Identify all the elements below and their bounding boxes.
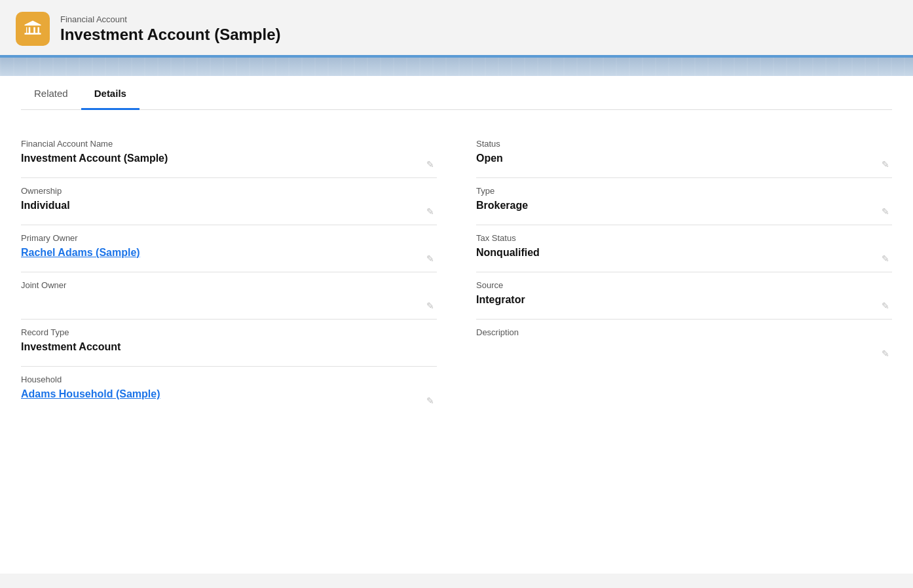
value-primary-owner[interactable]: Rachel Adams (Sample) [21, 247, 437, 259]
label-household: Household [21, 375, 437, 384]
field-joint-owner: Joint Owner ✎ [21, 272, 437, 320]
value-ownership: Individual [21, 200, 437, 211]
edit-icon-primary-owner[interactable]: ✎ [426, 253, 434, 264]
value-record-type: Investment Account [21, 341, 437, 353]
field-ownership: Ownership Individual ✎ [21, 178, 437, 225]
label-source: Source [476, 280, 892, 290]
label-joint-owner: Joint Owner [21, 280, 437, 290]
label-ownership: Ownership [21, 186, 437, 196]
edit-icon-source[interactable]: ✎ [882, 301, 889, 311]
value-description [476, 341, 892, 357]
edit-icon-description[interactable]: ✎ [882, 348, 889, 359]
edit-icon-type[interactable]: ✎ [882, 206, 889, 217]
edit-icon-joint-owner[interactable]: ✎ [426, 301, 434, 311]
edit-icon-household[interactable]: ✎ [426, 395, 434, 406]
label-status: Status [476, 139, 892, 149]
label-type: Type [476, 186, 892, 196]
value-tax-status: Nonqualified [476, 247, 892, 259]
field-description: Description ✎ [476, 320, 892, 367]
right-field-group: Status Open ✎ Type Brokerage ✎ Tax Statu… [476, 131, 892, 414]
header-subtitle: Financial Account [60, 14, 281, 24]
edit-icon-status[interactable]: ✎ [882, 159, 889, 170]
label-primary-owner: Primary Owner [21, 233, 437, 243]
label-description: Description [476, 327, 892, 337]
value-joint-owner [21, 294, 437, 310]
decorative-band [0, 58, 913, 76]
field-type: Type Brokerage ✎ [476, 178, 892, 225]
main-content: Related Details Financial Account Name I… [0, 76, 913, 574]
value-status: Open [476, 153, 892, 164]
field-primary-owner: Primary Owner Rachel Adams (Sample) ✎ [21, 225, 437, 272]
edit-icon-ownership[interactable]: ✎ [426, 206, 434, 217]
field-status: Status Open ✎ [476, 131, 892, 178]
account-type-icon [16, 12, 50, 46]
header-text-block: Financial Account Investment Account (Sa… [60, 14, 281, 44]
field-source: Source Integrator ✎ [476, 272, 892, 320]
tab-related[interactable]: Related [21, 76, 81, 110]
value-household[interactable]: Adams Household (Sample) [21, 388, 437, 400]
header-title: Investment Account (Sample) [60, 26, 281, 44]
page-header: Financial Account Investment Account (Sa… [0, 0, 913, 58]
edit-icon-tax-status[interactable]: ✎ [882, 253, 889, 264]
label-tax-status: Tax Status [476, 233, 892, 243]
field-financial-account-name: Financial Account Name Investment Accoun… [21, 131, 437, 178]
value-financial-account-name: Investment Account (Sample) [21, 153, 437, 164]
value-type: Brokerage [476, 200, 892, 211]
label-record-type: Record Type [21, 327, 437, 337]
field-household: Household Adams Household (Sample) ✎ [21, 367, 437, 414]
value-source: Integrator [476, 294, 892, 306]
tabs-bar: Related Details [21, 76, 892, 110]
label-financial-account-name: Financial Account Name [21, 139, 437, 149]
tab-details[interactable]: Details [81, 76, 140, 110]
edit-icon-financial-account-name[interactable]: ✎ [426, 159, 434, 170]
left-field-group: Financial Account Name Investment Accoun… [21, 131, 437, 414]
field-record-type: Record Type Investment Account [21, 320, 437, 367]
fields-container: Financial Account Name Investment Accoun… [21, 131, 892, 414]
field-tax-status: Tax Status Nonqualified ✎ [476, 225, 892, 272]
